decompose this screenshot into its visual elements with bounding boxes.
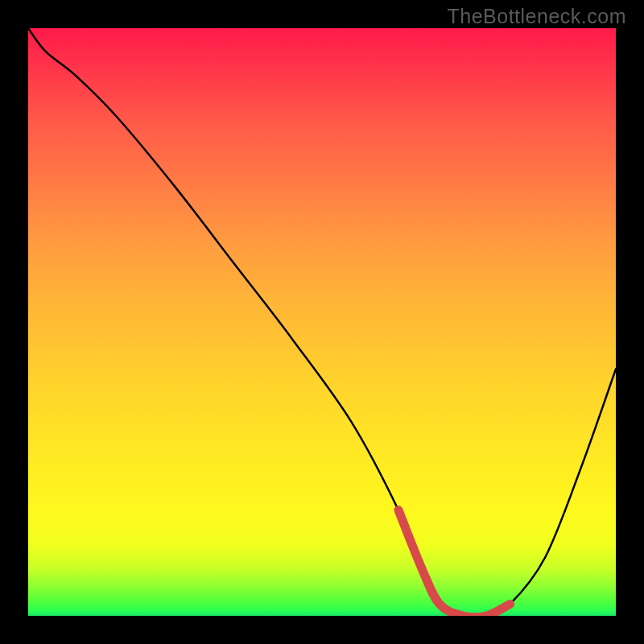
plot-area: [28, 28, 616, 616]
chart-frame: TheBottleneck.com: [0, 0, 644, 644]
bottleneck-curve-svg: [28, 28, 616, 616]
watermark-text: TheBottleneck.com: [448, 5, 627, 28]
optimal-zone-path: [398, 510, 510, 616]
bottleneck-curve-path: [28, 28, 616, 616]
